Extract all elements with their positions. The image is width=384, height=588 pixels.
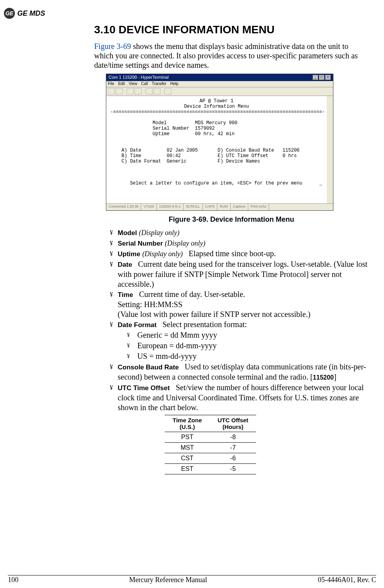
table-row: MST-7 <box>165 443 256 453</box>
hyperterminal-window: Com 1 115200 - HyperTerminal _ □ × File … <box>106 74 333 211</box>
status-scroll: SCROLL <box>184 204 203 210</box>
format-us: US = mm-dd-yyyy <box>127 351 369 362</box>
list-item-utc: UTC Time Offset Set/view the number of h… <box>110 383 369 413</box>
tb-call-icon[interactable] <box>127 88 134 94</box>
status-caps: CAPS <box>203 204 218 210</box>
tb-hangup-icon[interactable] <box>135 88 142 94</box>
status-capture: Capture <box>231 204 248 210</box>
status-line: 115200 8-N-1 <box>157 204 184 210</box>
tb-new-icon[interactable] <box>108 88 115 94</box>
menu-file[interactable]: File <box>108 81 114 87</box>
manual-title: Mercury Reference Manual <box>129 576 207 584</box>
page-number: 100 <box>8 576 18 584</box>
status-num: NUM <box>217 204 231 210</box>
th-zone: Time Zone(U.S.) <box>165 415 210 432</box>
menu-edit[interactable]: Edit <box>118 81 125 87</box>
timezone-table: Time Zone(U.S.) UTC Offset(Hours) PST-8 … <box>165 415 256 474</box>
brand-logo: GE GE MDS <box>4 8 45 19</box>
tb-props-icon[interactable] <box>164 88 171 94</box>
table-row: EST-5 <box>165 464 256 474</box>
figure-caption: Figure 3-69. Device Information Menu <box>94 215 369 224</box>
page-footer: 100 Mercury Reference Manual 05-4446A01,… <box>8 576 376 584</box>
menu-view[interactable]: View <box>129 81 137 87</box>
maximize-icon[interactable]: □ <box>319 75 324 80</box>
status-connected: Connected 1:29:38 <box>106 204 141 210</box>
terminal-output: AP @ Tower 1 Device Information Menu-===… <box>106 96 333 204</box>
th-offset: UTC Offset(Hours) <box>210 415 256 432</box>
list-item-date: Date Current date being used for the tra… <box>110 259 369 289</box>
tb-open-icon[interactable] <box>116 88 123 94</box>
doc-number: 05-4446A01, Rev. C <box>318 576 376 584</box>
figure-link[interactable]: Figure 3-69 <box>94 42 131 51</box>
tb-receive-icon[interactable] <box>153 88 160 94</box>
window-titlebar: Com 1 115200 - HyperTerminal _ □ × <box>106 74 333 81</box>
list-item-baud: Console Baud Rate Used to set/display da… <box>110 362 369 382</box>
minimize-icon[interactable]: _ <box>313 75 318 80</box>
parameter-list: Model (Display only) Serial Number (Disp… <box>94 228 369 413</box>
window-title: Com 1 115200 - HyperTerminal <box>109 75 169 80</box>
menu-call[interactable]: Call <box>141 81 148 87</box>
status-print: Print echo <box>248 204 269 210</box>
status-bar: Connected 1:29:38 VT100 115200 8-N-1 SCR… <box>106 203 333 210</box>
status-emu: VT100 <box>141 204 157 210</box>
list-item-time: Time Current time of day. User-setable. … <box>110 289 369 319</box>
menu-transfer[interactable]: Transfer <box>152 81 166 87</box>
format-generic: Generic = dd Mmm yyyy <box>127 330 369 340</box>
footer-rule <box>8 575 376 575</box>
list-item-uptime: Uptime (Display only) Elapsed time since… <box>110 249 369 259</box>
list-item-dateformat: Date Format Select presentation format: … <box>110 320 369 362</box>
menu-help[interactable]: Help <box>170 81 178 87</box>
close-icon[interactable]: × <box>325 75 331 80</box>
list-item-model: Model (Display only) <box>110 228 369 238</box>
table-row: CST-6 <box>165 453 256 464</box>
format-european: European = dd-mm-yyyy <box>127 340 369 351</box>
list-item-serial: Serial Number (Display only) <box>110 238 369 248</box>
tb-send-icon[interactable] <box>146 88 153 94</box>
brand-text: GE MDS <box>17 9 45 18</box>
ge-icon: GE <box>4 8 15 19</box>
toolbar <box>106 87 333 96</box>
intro-paragraph: Figure 3-69 shows the menu that displays… <box>94 42 369 70</box>
table-row: PST-8 <box>165 432 256 443</box>
section-heading: 3.10 DEVICE INFORMATION MENU <box>94 24 369 36</box>
page-content: 3.10 DEVICE INFORMATION MENU Figure 3-69… <box>94 24 369 474</box>
menubar: File Edit View Call Transfer Help <box>106 81 333 87</box>
